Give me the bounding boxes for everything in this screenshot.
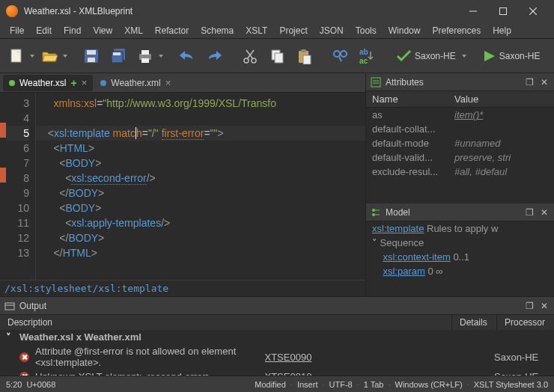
- model-row[interactable]: xsl:template Rules to apply w: [366, 221, 554, 236]
- attr-header-name[interactable]: Name: [366, 91, 448, 107]
- output-header-processor[interactable]: Processor: [497, 315, 554, 330]
- output-close-button[interactable]: ✕: [539, 301, 550, 311]
- menu-tools[interactable]: Tools: [350, 24, 382, 37]
- line-number[interactable]: 7: [6, 156, 29, 171]
- tab-weather-xml[interactable]: Weather.xml×: [94, 75, 177, 91]
- line-number[interactable]: 3: [6, 96, 29, 111]
- menu-view[interactable]: View: [88, 24, 118, 37]
- line-number[interactable]: 13: [6, 245, 29, 260]
- output-restore-button[interactable]: ❐: [524, 301, 535, 311]
- paste-button[interactable]: [292, 44, 316, 68]
- save-all-button[interactable]: [106, 44, 130, 68]
- attribute-row[interactable]: default-mode#unnamed: [366, 136, 554, 150]
- attribute-row[interactable]: asitem()*: [366, 108, 554, 122]
- attribute-row[interactable]: exclude-resul...#all, #defaul: [366, 165, 554, 179]
- print-dropdown[interactable]: [159, 55, 163, 58]
- line-number[interactable]: 10: [6, 200, 29, 215]
- undo-button[interactable]: [175, 44, 199, 68]
- svg-line-18: [246, 50, 253, 59]
- code-line[interactable]: <xsl:second-error/>: [36, 171, 365, 186]
- line-number[interactable]: 12: [6, 230, 29, 245]
- attribute-row[interactable]: default-collat...: [366, 122, 554, 136]
- tab-weather-xsl[interactable]: Weather.xsl+×: [3, 75, 93, 91]
- attributes-restore-button[interactable]: ❐: [524, 77, 535, 88]
- line-number[interactable]: 6: [6, 141, 29, 156]
- menu-schema[interactable]: Schema: [195, 24, 239, 37]
- attr-value[interactable]: item()*: [448, 108, 554, 122]
- line-number[interactable]: 11: [6, 215, 29, 230]
- code-line[interactable]: <BODY>: [36, 156, 365, 171]
- validate-button[interactable]: Saxon-HE: [391, 44, 460, 68]
- menu-help[interactable]: Help: [487, 24, 517, 37]
- cut-button[interactable]: [238, 44, 262, 68]
- menu-window[interactable]: Window: [383, 24, 426, 37]
- output-header-details[interactable]: Details: [452, 315, 497, 330]
- run-label: Saxon-HE: [499, 51, 541, 61]
- menu-find[interactable]: Find: [58, 24, 86, 37]
- attributes-close-button[interactable]: ✕: [539, 77, 550, 88]
- line-number[interactable]: 8: [6, 171, 29, 186]
- print-button[interactable]: [133, 44, 157, 68]
- code-editor[interactable]: 345678910111213 xmlns:xsl="http://www.w3…: [0, 93, 365, 280]
- attr-value[interactable]: #unnamed: [448, 136, 554, 150]
- model-row[interactable]: xsl:context-item 0..1: [366, 250, 554, 264]
- code-line[interactable]: </HTML>: [36, 245, 365, 260]
- attr-value[interactable]: #all, #defaul: [448, 165, 554, 179]
- output-error-code[interactable]: XTSE0010: [265, 371, 489, 376]
- expand-icon[interactable]: ˅: [6, 331, 13, 343]
- code-line[interactable]: xmlns:xsl="http://www.w3.org/1999/XSL/Tr…: [36, 96, 365, 111]
- code-line[interactable]: <BODY>: [36, 200, 365, 215]
- close-button[interactable]: [518, 0, 548, 22]
- attr-header-value[interactable]: Value: [448, 91, 554, 107]
- open-file-dropdown[interactable]: [63, 55, 67, 58]
- menu-project[interactable]: Project: [274, 24, 312, 37]
- attr-value[interactable]: [448, 122, 554, 136]
- copy-button[interactable]: [265, 44, 289, 68]
- svg-line-26: [339, 57, 341, 61]
- menu-preferences[interactable]: Preferences: [427, 24, 486, 37]
- code-line[interactable]: <HTML>: [36, 141, 365, 156]
- output-row[interactable]: ✖Attribute @first-error is not allowed o…: [0, 344, 554, 370]
- svg-rect-8: [88, 58, 95, 62]
- output-row[interactable]: ✖Unknown XSLT element: <second-error>.XT…: [0, 370, 554, 376]
- menu-file[interactable]: File: [4, 24, 29, 37]
- new-file-button[interactable]: [4, 44, 28, 68]
- tab-close-button[interactable]: ×: [82, 77, 88, 88]
- code-line[interactable]: </BODY>: [36, 186, 365, 200]
- open-file-button[interactable]: [37, 44, 61, 68]
- model-row[interactable]: xsl:param 0 ∞: [366, 264, 554, 278]
- code-line[interactable]: </BODY>: [36, 230, 365, 245]
- menu-xslt[interactable]: XSLT: [240, 24, 273, 37]
- tab-close-button[interactable]: ×: [165, 77, 171, 88]
- new-file-dropdown[interactable]: [30, 55, 34, 58]
- code-line[interactable]: <xsl:apply-templates/>: [36, 215, 365, 230]
- model-row[interactable]: ˅ Sequence: [366, 236, 554, 250]
- output-group[interactable]: ˅Weather.xsl x Weather.xml: [0, 330, 554, 344]
- find-button[interactable]: [328, 44, 352, 68]
- replace-button[interactable]: abac: [355, 44, 379, 68]
- model-restore-button[interactable]: ❐: [524, 207, 535, 218]
- run-button[interactable]: Saxon-HE: [478, 44, 545, 68]
- line-number[interactable]: 5: [6, 126, 29, 141]
- breadcrumb[interactable]: /xsl:stylesheet/xsl:template: [0, 280, 365, 296]
- attribute-row[interactable]: default-valid...preserve, stri: [366, 150, 554, 165]
- validate-dropdown[interactable]: [462, 55, 466, 58]
- output-error-code[interactable]: XTSE0090: [265, 352, 489, 363]
- svg-rect-23: [303, 55, 311, 64]
- model-close-button[interactable]: ✕: [539, 207, 550, 218]
- code-line[interactable]: <xsl:template match="/" first-error="">: [36, 126, 365, 141]
- line-number[interactable]: 4: [6, 111, 29, 126]
- attr-value[interactable]: preserve, stri: [448, 150, 554, 165]
- save-button[interactable]: [79, 44, 103, 68]
- minimize-button[interactable]: [458, 0, 488, 22]
- redo-button[interactable]: [202, 44, 226, 68]
- menu-refactor[interactable]: Refactor: [150, 24, 194, 37]
- code-line[interactable]: [36, 111, 365, 126]
- menu-xml[interactable]: XML: [119, 24, 148, 37]
- menu-json[interactable]: JSON: [314, 24, 349, 37]
- code-body[interactable]: xmlns:xsl="http://www.w3.org/1999/XSL/Tr…: [36, 93, 365, 280]
- menu-edit[interactable]: Edit: [31, 24, 57, 37]
- maximize-button[interactable]: [488, 0, 518, 22]
- line-number[interactable]: 9: [6, 186, 29, 200]
- output-header-description[interactable]: Description: [0, 315, 452, 330]
